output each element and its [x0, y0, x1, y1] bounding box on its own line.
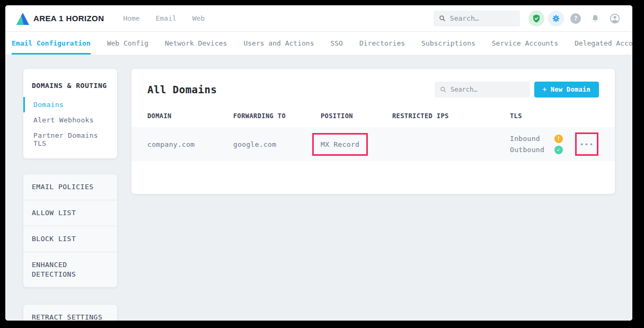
tab-email-configuration[interactable]: Email Configuration — [12, 32, 91, 55]
new-domain-button[interactable]: + New Domain — [534, 82, 599, 97]
help-button[interactable]: ? — [568, 11, 584, 26]
tab-directories[interactable]: Directories — [359, 32, 405, 55]
tab-subscriptions[interactable]: Subscriptions — [421, 32, 475, 55]
top-nav: Home Email Web — [123, 14, 205, 22]
sidebar-item-alert-webhooks[interactable]: Alert Webhooks — [23, 112, 117, 128]
tls-outbound-row: Outbound ✓ — [510, 145, 563, 155]
topbar: AREA 1 HORIZON Home Email Web — [5, 5, 632, 32]
area1-triangle-logo-icon — [16, 12, 30, 25]
col-domain: DOMAIN — [147, 112, 233, 127]
tls-status-block: Inbound ! Outbound ✓ — [510, 134, 563, 155]
sidebar-item-email-policies[interactable]: EMAIL POLICIES — [23, 174, 117, 200]
domains-search[interactable] — [435, 82, 530, 97]
top-nav-email[interactable]: Email — [156, 14, 177, 22]
topbar-icons: ? — [528, 11, 623, 26]
top-nav-web[interactable]: Web — [192, 14, 205, 22]
gear-icon — [551, 14, 561, 23]
shield-check-icon — [532, 14, 541, 23]
brand-name: AREA 1 HORIZON — [33, 14, 104, 23]
notifications-button[interactable] — [587, 11, 603, 26]
success-status-icon: ✓ — [554, 146, 563, 154]
sidebar-item-partner-domains-tls[interactable]: Partner Domains TLS — [23, 128, 117, 151]
tls-outbound-label: Outbound — [510, 146, 554, 154]
retract-settings-card: RETRACT SETTINGS — [23, 305, 117, 321]
warning-status-icon: ! — [554, 135, 563, 143]
col-tls: TLS — [510, 112, 615, 127]
tab-users-and-actions[interactable]: Users and Actions — [243, 32, 314, 55]
tab-network-devices[interactable]: Network Devices — [165, 32, 227, 55]
tls-inbound-row: Inbound ! — [510, 134, 563, 144]
domains-routing-title: DOMAINS & ROUTING — [23, 75, 117, 97]
content-area: DOMAINS & ROUTING Domains Alert Webhooks… — [5, 55, 632, 321]
tls-inbound-label: Inbound — [510, 135, 554, 143]
row-menu-ellipsis-button[interactable]: ••• — [580, 141, 594, 148]
all-domains-panel: All Domains + New Domain DOMAIN FORWARDI… — [131, 69, 615, 194]
bell-icon — [590, 14, 600, 23]
tab-service-accounts[interactable]: Service Accounts — [492, 32, 558, 55]
cell-domain: company.com — [147, 140, 233, 148]
cell-position: MX Record — [321, 133, 392, 156]
policy-sections-card: EMAIL POLICIES ALLOW LIST BLOCK LIST ENH… — [23, 174, 117, 287]
tab-web-config[interactable]: Web Config — [107, 32, 148, 55]
config-tabs: Email Configuration Web Config Network D… — [5, 32, 632, 55]
col-position: POSITION — [321, 112, 392, 127]
settings-button[interactable] — [548, 11, 564, 26]
tab-sso[interactable]: SSO — [330, 32, 342, 55]
sidebar-item-block-list[interactable]: BLOCK LIST — [23, 226, 117, 252]
sidebar-item-enhanced-detections[interactable]: ENHANCED DETECTIONS — [23, 252, 117, 287]
col-forwarding-to: FORWARDING TO — [233, 112, 321, 127]
sidebar-item-allow-list[interactable]: ALLOW LIST — [23, 200, 117, 226]
search-icon — [440, 86, 446, 93]
all-domains-header: All Domains + New Domain — [131, 69, 615, 97]
table-row: company.com google.com MX Record Inbound… — [131, 127, 615, 161]
sidebar: DOMAINS & ROUTING Domains Alert Webhooks… — [23, 69, 117, 321]
annotation-box-position: MX Record — [312, 133, 368, 156]
page-title: All Domains — [147, 84, 217, 95]
top-nav-home[interactable]: Home — [123, 14, 139, 22]
domains-routing-card: DOMAINS & ROUTING Domains Alert Webhooks… — [23, 69, 117, 158]
sidebar-item-domains[interactable]: Domains — [23, 97, 117, 112]
cell-tls: Inbound ! Outbound ✓ ••• — [510, 132, 615, 156]
position-value: MX Record — [321, 140, 359, 148]
topbar-right: ? — [434, 11, 623, 26]
global-search[interactable] — [434, 11, 520, 26]
account-button[interactable] — [607, 11, 623, 26]
domains-search-input[interactable] — [451, 86, 525, 93]
cell-forwarding-to: google.com — [233, 140, 321, 148]
table-header: DOMAIN FORWARDING TO POSITION RESTRICTED… — [131, 112, 615, 127]
annotation-box-row-menu: ••• — [575, 132, 598, 156]
sidebar-item-retract-settings[interactable]: RETRACT SETTINGS — [23, 305, 117, 321]
search-icon — [439, 14, 446, 22]
security-shield-button[interactable] — [528, 11, 544, 26]
global-search-input[interactable] — [450, 14, 515, 22]
account-circle-icon — [609, 13, 621, 24]
app-window: AREA 1 HORIZON Home Email Web — [5, 5, 632, 321]
help-icon: ? — [570, 13, 581, 24]
col-restricted-ips: RESTRICTED IPS — [392, 112, 510, 127]
brand-logo[interactable]: AREA 1 HORIZON — [16, 12, 104, 25]
tab-delegated-accounts[interactable]: Delegated Accounts — [575, 32, 632, 55]
